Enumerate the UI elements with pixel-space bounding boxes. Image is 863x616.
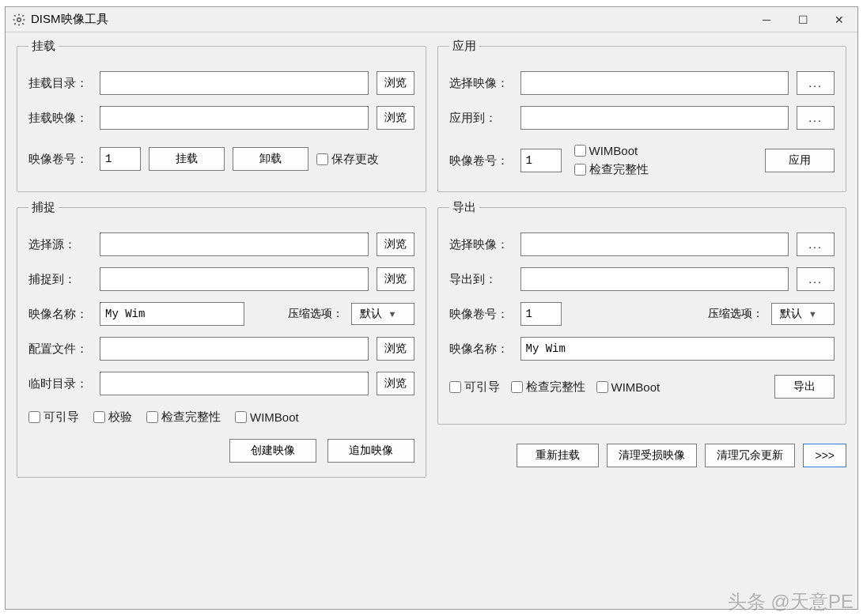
capture-group: 捕捉 选择源： 浏览 捕捉到： 浏览 映像名称： 压缩选项： bbox=[17, 200, 426, 478]
capture-bootable-checkbox[interactable]: 可引导 bbox=[28, 410, 79, 425]
export-select-input[interactable] bbox=[520, 232, 789, 256]
export-to-browse-button[interactable]: ... bbox=[797, 267, 835, 291]
save-changes-checkbox[interactable]: 保存更改 bbox=[316, 152, 379, 167]
apply-select-browse-button[interactable]: ... bbox=[797, 71, 835, 95]
maximize-button[interactable]: ☐ bbox=[785, 7, 821, 32]
export-bootable-checkbox[interactable]: 可引导 bbox=[449, 380, 500, 395]
capture-src-browse-button[interactable]: 浏览 bbox=[377, 232, 414, 256]
capture-to-input[interactable] bbox=[100, 267, 369, 291]
capture-wimboot-checkbox[interactable]: WIMBoot bbox=[235, 410, 299, 424]
capture-to-label: 捕捉到： bbox=[28, 272, 92, 287]
export-vol-input[interactable] bbox=[520, 302, 562, 326]
apply-select-input[interactable] bbox=[520, 71, 789, 95]
capture-temp-label: 临时目录： bbox=[28, 376, 92, 391]
more-button[interactable]: >>> bbox=[803, 444, 846, 467]
apply-select-label: 选择映像： bbox=[449, 76, 513, 91]
close-button[interactable]: ✕ bbox=[821, 7, 857, 32]
client-area: 挂载 挂载目录： 浏览 挂载映像： 浏览 映像卷号： 挂载 卸载 bbox=[6, 32, 857, 609]
capture-legend: 捕捉 bbox=[28, 200, 59, 215]
export-to-label: 导出到： bbox=[449, 272, 513, 287]
mount-button[interactable]: 挂载 bbox=[149, 147, 225, 171]
apply-to-input[interactable] bbox=[520, 106, 789, 130]
footer-actions: 重新挂载 清理受损映像 清理冗余更新 >>> bbox=[437, 444, 847, 478]
remount-button[interactable]: 重新挂载 bbox=[517, 444, 599, 467]
cleanup-corrupt-button[interactable]: 清理受损映像 bbox=[607, 444, 697, 467]
capture-verify-checkbox[interactable]: 检查完整性 bbox=[146, 410, 221, 425]
apply-vol-label: 映像卷号： bbox=[449, 153, 513, 168]
apply-to-browse-button[interactable]: ... bbox=[797, 106, 835, 130]
export-vol-label: 映像卷号： bbox=[449, 307, 513, 322]
apply-group: 应用 选择映像： ... 应用到： ... 映像卷号： bbox=[437, 39, 847, 192]
capture-check-checkbox[interactable]: 校验 bbox=[93, 410, 132, 425]
export-legend: 导出 bbox=[449, 200, 479, 215]
capture-src-label: 选择源： bbox=[28, 237, 92, 252]
window-controls: ─ ☐ ✕ bbox=[748, 7, 857, 32]
capture-name-label: 映像名称： bbox=[28, 307, 92, 322]
apply-button[interactable]: 应用 bbox=[765, 149, 835, 172]
svg-point-0 bbox=[17, 17, 21, 21]
minimize-button[interactable]: ─ bbox=[748, 7, 785, 32]
export-name-label: 映像名称： bbox=[449, 342, 513, 357]
window-title: DISM映像工具 bbox=[31, 12, 748, 27]
apply-to-label: 应用到： bbox=[449, 111, 513, 126]
mount-dir-input[interactable] bbox=[100, 71, 369, 95]
mount-dir-label: 挂载目录： bbox=[28, 76, 92, 91]
chevron-down-icon: ▼ bbox=[388, 309, 397, 319]
chevron-down-icon: ▼ bbox=[808, 309, 817, 319]
export-name-input[interactable] bbox=[520, 337, 835, 361]
apply-legend: 应用 bbox=[449, 39, 479, 54]
export-select-browse-button[interactable]: ... bbox=[797, 232, 835, 256]
capture-to-browse-button[interactable]: 浏览 bbox=[377, 267, 414, 291]
capture-name-input[interactable] bbox=[100, 302, 244, 326]
export-verify-checkbox[interactable]: 检查完整性 bbox=[511, 380, 585, 395]
apply-vol-input[interactable] bbox=[520, 149, 562, 172]
mount-legend: 挂载 bbox=[28, 39, 59, 54]
capture-src-input[interactable] bbox=[100, 232, 369, 256]
capture-config-input[interactable] bbox=[100, 337, 369, 361]
mount-vol-input[interactable] bbox=[100, 147, 141, 171]
export-compress-select[interactable]: 默认 ▼ bbox=[771, 303, 835, 325]
export-button[interactable]: 导出 bbox=[774, 375, 835, 399]
capture-config-label: 配置文件： bbox=[28, 342, 92, 357]
append-image-button[interactable]: 追加映像 bbox=[327, 439, 414, 463]
apply-verify-checkbox[interactable]: 检查完整性 bbox=[574, 162, 758, 177]
export-group: 导出 选择映像： ... 导出到： ... 映像卷号： 压缩选项： bbox=[437, 200, 847, 425]
capture-temp-input[interactable] bbox=[100, 372, 369, 395]
cleanup-updates-button[interactable]: 清理冗余更新 bbox=[705, 444, 795, 467]
create-image-button[interactable]: 创建映像 bbox=[229, 439, 316, 463]
mount-img-input[interactable] bbox=[100, 106, 369, 130]
mount-group: 挂载 挂载目录： 浏览 挂载映像： 浏览 映像卷号： 挂载 卸载 bbox=[17, 39, 426, 192]
capture-temp-browse-button[interactable]: 浏览 bbox=[377, 372, 414, 395]
export-compress-label: 压缩选项： bbox=[708, 307, 763, 321]
titlebar: DISM映像工具 ─ ☐ ✕ bbox=[6, 7, 857, 32]
export-select-label: 选择映像： bbox=[449, 237, 513, 252]
mount-img-label: 挂载映像： bbox=[28, 111, 92, 126]
export-wimboot-checkbox[interactable]: WIMBoot bbox=[596, 380, 660, 394]
gear-icon bbox=[12, 13, 26, 27]
capture-compress-select[interactable]: 默认 ▼ bbox=[351, 303, 414, 325]
mount-vol-label: 映像卷号： bbox=[28, 152, 92, 167]
export-to-input[interactable] bbox=[520, 267, 789, 291]
mount-dir-browse-button[interactable]: 浏览 bbox=[377, 71, 414, 95]
apply-wimboot-checkbox[interactable]: WIMBoot bbox=[574, 144, 758, 157]
app-window: DISM映像工具 ─ ☐ ✕ 挂载 挂载目录： 浏览 挂载映像： 浏览 bbox=[5, 6, 858, 610]
capture-compress-label: 压缩选项： bbox=[288, 307, 343, 321]
capture-config-browse-button[interactable]: 浏览 bbox=[377, 337, 414, 361]
mount-img-browse-button[interactable]: 浏览 bbox=[377, 106, 414, 130]
unmount-button[interactable]: 卸载 bbox=[233, 147, 308, 171]
